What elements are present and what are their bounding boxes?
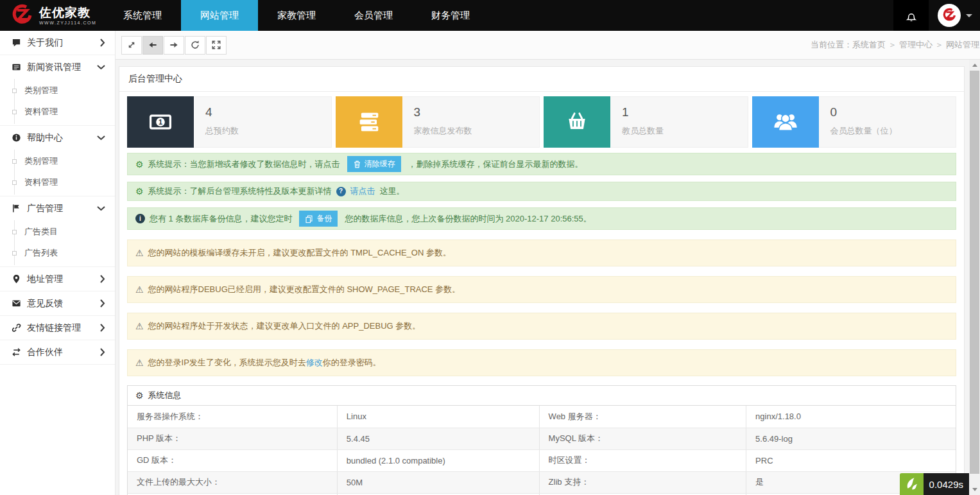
- chevron-down-icon: [97, 206, 105, 211]
- sidebar-subitem-help-material[interactable]: 资料管理: [0, 171, 115, 193]
- alert-text: 您的网站的模板编译缓存未开启，建议更改配置文件的 TMPL_CACHE_ON 参…: [148, 247, 451, 259]
- sidebar-subitem-help-category[interactable]: 类别管理: [0, 150, 115, 171]
- warning-icon: ⚠: [135, 283, 144, 296]
- fullscreen-button[interactable]: [206, 36, 227, 55]
- chevron-right-icon: [100, 299, 105, 308]
- refresh-button[interactable]: [185, 36, 205, 55]
- breadcrumb-separator: ＞: [888, 40, 897, 49]
- sysinfo-label: 时区设置：: [539, 449, 746, 471]
- sidebar-item-help[interactable]: 帮助中心: [0, 126, 115, 150]
- sidebar-item-label: 合作伙伴: [27, 347, 63, 358]
- sidebar-item-ads[interactable]: 广告管理: [0, 196, 115, 220]
- money-icon: 1: [127, 96, 194, 148]
- stat-value: 4: [205, 105, 239, 119]
- flag-icon: [12, 204, 21, 213]
- alert-text: ，删除掉系统缓存，保证前台显示最新的数据。: [408, 158, 583, 171]
- alert-text: 您的数据库信息，您上次备份数据的时间为 2020-12-17 20:56:55。: [345, 213, 591, 225]
- sidebar-item-label: 帮助中心: [27, 132, 63, 144]
- chevron-right-icon: [100, 39, 105, 47]
- sidebar-item-news[interactable]: 新闻资讯管理: [0, 55, 115, 79]
- nav-item-finance[interactable]: 财务管理: [412, 0, 489, 31]
- breadcrumb: 当前位置：系统首页＞管理中心＞网站管理: [811, 39, 980, 51]
- basket-icon: [544, 96, 610, 148]
- sidebar-item-about[interactable]: 关于我们: [0, 31, 115, 55]
- scrollbar-thumb[interactable]: [970, 71, 979, 474]
- alert-clear-cache: ⚙ 系统提示：当您新增或者修改了数据信息时，请点击 清除缓存 ，删除掉系统缓存，…: [127, 153, 956, 175]
- stat-card-appointments[interactable]: 1 4 总预约数: [127, 96, 332, 148]
- users-icon: [752, 96, 819, 148]
- warning-icon: ⚠: [135, 356, 144, 369]
- info-circle-icon: i: [135, 214, 145, 223]
- nav-item-member[interactable]: 会员管理: [335, 0, 412, 31]
- sidebar-item-label: 意见反馈: [27, 298, 63, 309]
- sidebar-submenu-news: 类别管理 资料管理: [0, 79, 115, 125]
- main-menu: 系统管理 网站管理 家教管理 会员管理 财务管理: [104, 0, 489, 31]
- change-password-link[interactable]: 修改: [306, 358, 323, 367]
- notifications-button[interactable]: [893, 0, 929, 31]
- warning-icon: ⚠: [135, 247, 144, 259]
- alert-text: 系统提示：了解后台管理系统特性及版本更新详情: [148, 185, 332, 198]
- alert-tmpl-cache: ⚠ 您的网站的模板编译缓存未开启，建议更改配置文件的 TMPL_CACHE_ON…: [127, 239, 956, 266]
- nav-item-tutor[interactable]: 家教管理: [258, 0, 335, 31]
- sidebar-group-links: 友情链接管理: [0, 316, 115, 340]
- page-render-time[interactable]: 0.0429s: [924, 473, 969, 495]
- server-icon: [336, 96, 402, 148]
- details-link[interactable]: 请点击: [350, 185, 375, 198]
- sysinfo-value: 5.6.49-log: [746, 428, 956, 449]
- nav-item-website[interactable]: 网站管理: [181, 0, 258, 31]
- link-icon: [12, 323, 21, 333]
- navbar-spacer: [489, 0, 893, 31]
- breadcrumb-item-home[interactable]: 系统首页: [852, 40, 886, 49]
- stat-card-teachers[interactable]: 1 教员总数量: [544, 96, 748, 148]
- scrollbar-up-button[interactable]: [969, 60, 980, 71]
- sidebar-subitem-ads-category[interactable]: 广告类目: [0, 221, 115, 242]
- backup-button[interactable]: 备份: [299, 211, 338, 227]
- brand-subtitle: WWW.ZYJJ114.COM: [39, 21, 96, 26]
- sidebar-subitem-news-category[interactable]: 类别管理: [0, 80, 115, 101]
- sidebar-group-news: 新闻资讯管理 类别管理 资料管理: [0, 55, 115, 126]
- sidebar-subitem-ads-list[interactable]: 广告列表: [0, 242, 115, 263]
- sidebar-item-links[interactable]: 友情链接管理: [0, 316, 115, 340]
- breadcrumb-item-admin[interactable]: 管理中心: [899, 40, 933, 49]
- clear-cache-button[interactable]: 清除缓存: [347, 156, 401, 172]
- alert-text: 这里。: [380, 185, 405, 198]
- thinkphp-leaf-icon[interactable]: [900, 473, 924, 495]
- stat-card-members[interactable]: 0 会员总数量（位）: [752, 96, 957, 148]
- comment-icon: [12, 38, 21, 48]
- sidebar-group-ads: 广告管理 广告类目 广告列表: [0, 196, 115, 267]
- sidebar-group-help: 帮助中心 类别管理 资料管理: [0, 126, 115, 196]
- scrollbar-down-button[interactable]: [969, 484, 980, 495]
- breadcrumb-prefix: 当前位置：: [811, 40, 852, 49]
- nav-item-system[interactable]: 系统管理: [104, 0, 181, 31]
- sidebar-item-feedback[interactable]: 意见反馈: [0, 291, 115, 315]
- sidebar-group-address: 地址管理: [0, 267, 115, 291]
- sysinfo-label: GD 版本：: [128, 449, 337, 471]
- chevron-right-icon: [100, 324, 105, 332]
- sidebar-subitem-news-material[interactable]: 资料管理: [0, 101, 115, 122]
- sysinfo-value: nginx/1.18.0: [746, 406, 956, 428]
- table-row: 文件上传的最大大小： 50M Zlib 支持： 是: [128, 471, 956, 493]
- table-row: GD 版本： bundled (2.1.0 compatible) 时区设置： …: [128, 449, 956, 471]
- collapse-sidebar-button[interactable]: [121, 36, 142, 55]
- breadcrumb-item-website[interactable]: 网站管理: [946, 40, 979, 49]
- user-avatar[interactable]: [938, 4, 961, 27]
- table-row: PHP 版本： 5.4.45 MySQL 版本： 5.6.49-log: [128, 428, 956, 449]
- sysinfo-label: Zlib 支持：: [539, 471, 746, 493]
- alert-text: 您的登录IP发生了变化，系统提示您及时去: [148, 358, 306, 367]
- chevron-down-icon: [97, 65, 105, 70]
- sysinfo-label: 文件上传的最大大小：: [128, 471, 337, 493]
- content-topbar: 当前位置：系统首页＞管理中心＞网站管理: [116, 31, 980, 60]
- sidebar-item-partners[interactable]: 合作伙伴: [0, 340, 115, 364]
- forward-button[interactable]: [164, 36, 184, 55]
- stat-card-tutor-posts[interactable]: 3 家教信息发布数: [336, 96, 540, 148]
- vertical-scrollbar[interactable]: [969, 60, 980, 495]
- user-menu-caret-icon[interactable]: [966, 14, 972, 17]
- sysinfo-value: PRC: [746, 449, 956, 471]
- alert-text: 您有 1 条数据库备份信息，建议您定时: [150, 213, 292, 225]
- brand[interactable]: 佐优家教 WWW.ZYJJ114.COM: [0, 0, 104, 31]
- sysinfo-value: 5.4.45: [337, 428, 539, 449]
- svg-text:1: 1: [159, 118, 162, 126]
- back-button[interactable]: [142, 36, 163, 55]
- sidebar-item-address[interactable]: 地址管理: [0, 267, 115, 291]
- stat-value: 0: [830, 105, 897, 119]
